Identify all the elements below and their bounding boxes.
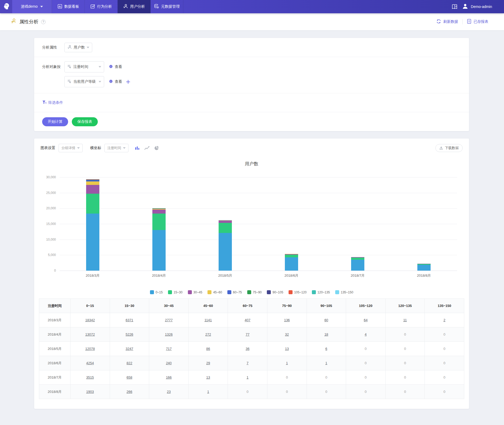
attribute-dropdown[interactable]: 用户数 — [64, 43, 92, 52]
legend-item-60~75[interactable]: 60~75 — [227, 290, 242, 294]
bar-segment-15~30[interactable] — [285, 255, 298, 257]
table-value-link[interactable]: 23 — [167, 390, 171, 394]
stacked-bar-2018/8月[interactable] — [417, 264, 431, 271]
group-by-dropdown-2[interactable]: 当前用户等级 — [64, 76, 104, 87]
table-value-link[interactable]: 822 — [127, 361, 132, 365]
table-value-link[interactable]: 86 — [206, 347, 210, 351]
help-docs-icon[interactable]: ? — [452, 4, 458, 10]
table-value-link[interactable]: 3247 — [126, 347, 133, 351]
stacked-bar-2018/6月[interactable] — [285, 254, 298, 271]
group-by-dropdown-1[interactable]: 注册时间 — [64, 61, 104, 72]
refresh-data-button[interactable]: 刷新数据 — [436, 19, 458, 25]
filter-conditions-link[interactable]: 筛选条件 — [42, 100, 63, 105]
bar-segment-0~15[interactable] — [285, 257, 298, 271]
line-chart-icon[interactable] — [144, 146, 150, 150]
bar-segment-15~30[interactable] — [86, 194, 99, 214]
table-value-link[interactable]: 64 — [364, 318, 368, 322]
saved-reports-button[interactable]: 已存报表 — [467, 19, 488, 25]
bar-segment-15~30[interactable] — [219, 223, 232, 233]
table-value-link[interactable]: 13 — [206, 375, 210, 379]
table-value-link[interactable]: 6371 — [126, 318, 133, 322]
help-question-icon[interactable]: ? — [41, 20, 46, 24]
legend-item-90~105[interactable]: 90~105 — [267, 290, 283, 294]
user-menu[interactable]: Demo-admin — [462, 3, 492, 10]
bar-segment-15~30[interactable] — [152, 214, 166, 230]
legend-item-75~90[interactable]: 75~90 — [247, 290, 262, 294]
bar-segment-30~45[interactable] — [152, 210, 166, 214]
table-value-link[interactable]: 1 — [286, 361, 288, 365]
table-value-link[interactable]: 4254 — [86, 361, 94, 365]
table-value-link[interactable]: 240 — [166, 361, 172, 365]
add-group-by-button[interactable] — [126, 80, 130, 84]
view-settings-2[interactable]: 查看 — [109, 79, 122, 84]
legend-item-105~120[interactable]: 105~120 — [289, 290, 307, 294]
table-value-link[interactable]: 166 — [166, 375, 172, 379]
table-value-link[interactable]: 136 — [284, 318, 290, 322]
table-value-link[interactable]: 6 — [325, 347, 327, 351]
xaxis-dropdown[interactable]: 注册时间 — [104, 144, 129, 152]
table-value-link[interactable]: 13072 — [85, 332, 95, 336]
table-value-link[interactable]: 266 — [127, 390, 132, 394]
download-data-button[interactable]: 下载数据 — [435, 144, 463, 152]
view-settings-1[interactable]: 查看 — [109, 64, 122, 69]
table-value-link[interactable]: 3515 — [86, 375, 94, 379]
bar-segment-45~60[interactable] — [86, 181, 99, 185]
legend-item-135~150[interactable]: 135~150 — [335, 290, 353, 294]
table-value-link[interactable]: 1141 — [205, 318, 212, 322]
nav-tab-user-analysis[interactable]: 用户分析 — [118, 0, 151, 13]
table-value-link[interactable]: 18342 — [85, 318, 95, 322]
bar-segment-0~15[interactable] — [219, 233, 232, 271]
nav-tab-metadata[interactable]: 元数据管理 — [151, 0, 183, 13]
group-detail-dropdown[interactable]: 分组详情 — [59, 144, 83, 152]
legend-item-0~15[interactable]: 0~15 — [150, 290, 163, 294]
table-value-link[interactable]: 407 — [245, 318, 250, 322]
legend-item-15~30[interactable]: 15~30 — [168, 290, 183, 294]
table-value-link[interactable]: 5226 — [126, 332, 133, 336]
bar-segment-0~15[interactable] — [417, 265, 431, 271]
table-value-link[interactable]: 2777 — [165, 318, 173, 322]
legend-item-45~60[interactable]: 45~60 — [207, 290, 222, 294]
table-value-link[interactable]: 1326 — [165, 332, 173, 336]
project-selector[interactable]: 游戏demo — [12, 0, 52, 13]
stacked-bar-2018/3月[interactable] — [86, 179, 99, 271]
table-value-link[interactable]: 12078 — [85, 347, 95, 351]
table-value-link[interactable]: 7 — [247, 361, 249, 365]
table-value-link[interactable]: 29 — [206, 361, 210, 365]
start-calculation-button[interactable]: 开始计算 — [42, 117, 68, 126]
save-report-button[interactable]: 保存报表 — [72, 117, 98, 126]
bar-chart-icon[interactable] — [135, 146, 140, 150]
bar-segment-0~15[interactable] — [152, 230, 166, 271]
table-value-cell: 407 — [228, 313, 267, 327]
table-value-link[interactable]: 11 — [403, 318, 407, 322]
table-value-link[interactable]: 2 — [444, 318, 445, 322]
table-value-link[interactable]: 1903 — [86, 390, 94, 394]
table-value-link[interactable]: 32 — [285, 332, 289, 336]
table-value-link[interactable]: 60 — [324, 318, 328, 322]
nav-tab-dashboard[interactable]: 数据看板 — [52, 0, 85, 13]
stacked-bar-2018/4月[interactable] — [152, 208, 166, 271]
table-value-link[interactable]: 4 — [365, 332, 366, 336]
table-value-link[interactable]: 658 — [127, 375, 132, 379]
table-value-link[interactable]: 272 — [205, 332, 211, 336]
table-value-link[interactable]: 13 — [285, 347, 289, 351]
bar-segment-0~15[interactable] — [86, 214, 99, 271]
table-value-link[interactable]: 1 — [247, 375, 249, 379]
bar-segment-0~15[interactable] — [351, 260, 364, 271]
table-value-link[interactable]: 717 — [166, 347, 172, 351]
table-value-link[interactable]: 77 — [246, 332, 249, 336]
table-value-link[interactable]: 18 — [324, 332, 328, 336]
table-value-link[interactable]: 36 — [246, 347, 249, 351]
legend-item-120~135[interactable]: 120~135 — [312, 290, 330, 294]
nav-tab-behavior[interactable]: 行为分析 — [85, 0, 118, 13]
table-value-link[interactable]: 1 — [207, 390, 209, 394]
bar-segment-15~30[interactable] — [351, 258, 364, 260]
stacked-bar-2018/7月[interactable] — [351, 257, 364, 271]
bar-segment-30~45[interactable] — [86, 185, 99, 194]
table-row: 2018/5月1207832477178636136000 — [39, 342, 464, 356]
app-logo[interactable] — [0, 0, 12, 13]
stacked-bar-2018/5月[interactable] — [219, 220, 232, 271]
legend-item-30~45[interactable]: 30~45 — [188, 290, 202, 294]
bar-segment-30~45[interactable] — [219, 221, 232, 223]
pie-chart-icon[interactable] — [154, 146, 159, 150]
table-value-link[interactable]: 1 — [325, 361, 327, 365]
